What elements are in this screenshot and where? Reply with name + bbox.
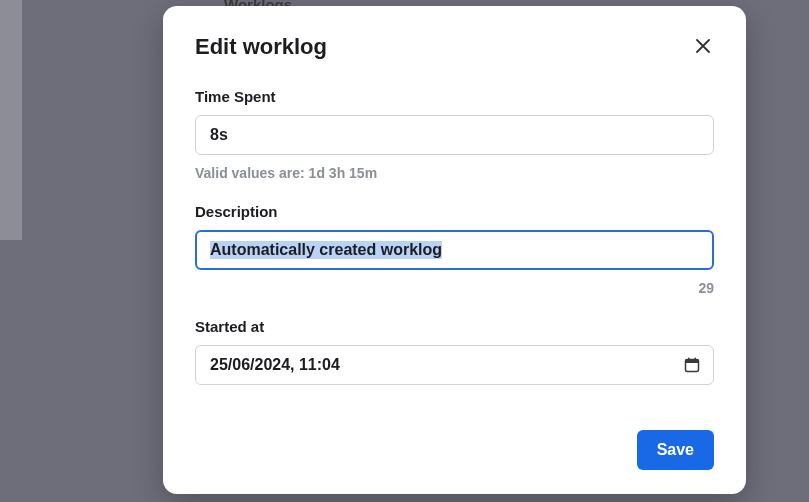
close-icon [696,39,710,56]
description-group: Description Automatically created worklo… [195,203,714,296]
modal-header: Edit worklog [195,34,714,60]
started-at-wrap [195,345,714,385]
description-label: Description [195,203,714,220]
description-value: Automatically created worklog [210,241,442,259]
started-at-label: Started at [195,318,714,335]
started-at-input[interactable] [195,345,714,385]
background-left-strip [0,0,22,240]
save-button[interactable]: Save [637,430,714,470]
edit-worklog-modal: Edit worklog Time Spent Valid values are… [163,6,746,494]
started-at-group: Started at [195,318,714,385]
time-spent-helper: Valid values are: 1d 3h 15m [195,165,714,181]
modal-title: Edit worklog [195,34,327,60]
close-button[interactable] [692,35,714,60]
time-spent-input[interactable] [195,115,714,155]
description-char-count: 29 [195,280,714,296]
time-spent-label: Time Spent [195,88,714,105]
description-input[interactable]: Automatically created worklog [195,230,714,270]
modal-footer: Save [637,430,714,470]
time-spent-group: Time Spent Valid values are: 1d 3h 15m [195,88,714,181]
